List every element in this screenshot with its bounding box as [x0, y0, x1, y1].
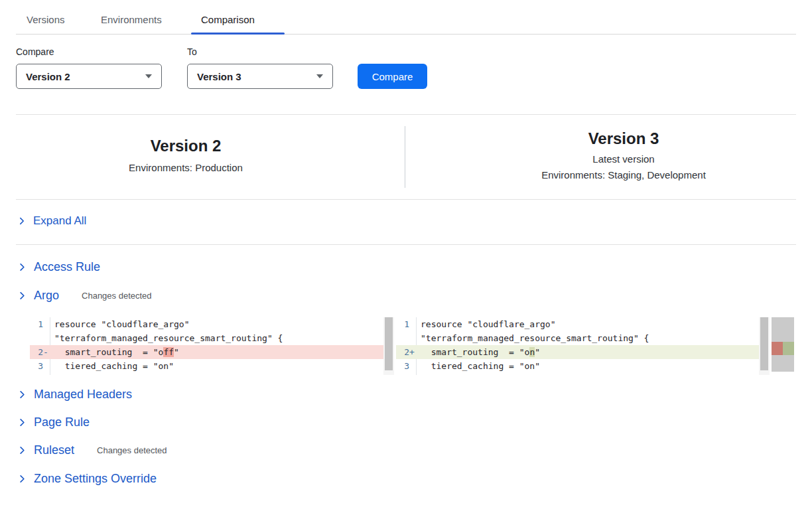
tab-comparison[interactable]: Comparison — [201, 14, 255, 25]
right-diff-scrollbar[interactable] — [759, 317, 770, 375]
section-argo[interactable]: Argo Changes detected — [17, 289, 152, 303]
to-field-label: To — [187, 46, 197, 57]
section-label: Ruleset — [34, 443, 74, 457]
diff-panel-right: 1resource "cloudflare_argo" "terraform_m… — [396, 317, 770, 375]
scrollbar-thumb[interactable] — [385, 317, 393, 370]
to-version-select[interactable]: Version 3 — [187, 64, 333, 89]
left-version-header: Version 2 Environments: Production — [40, 137, 332, 173]
code-line: 1resource "cloudflare_argo" — [396, 317, 759, 331]
expand-all-label: Expand All — [33, 214, 86, 228]
code-line: 1resource "cloudflare_argo" — [30, 317, 383, 331]
diff-panel-left: 1resource "cloudflare_argo" "terraform_m… — [30, 317, 394, 375]
section-managed-headers[interactable]: Managed Headers — [17, 388, 132, 402]
chevron-down-icon — [145, 74, 152, 78]
section-page-rule[interactable]: Page Rule — [17, 415, 90, 429]
code-line: 3 tiered_caching = "on" — [396, 359, 759, 373]
chevron-down-icon — [316, 74, 323, 78]
section-zone-settings-override[interactable]: Zone Settings Override — [17, 472, 157, 486]
section-label: Access Rule — [34, 260, 100, 274]
section-label: Zone Settings Override — [34, 472, 157, 486]
code-line-added: 2+ smart_routing = "on" — [396, 345, 759, 359]
compare-field-label: Compare — [16, 46, 54, 57]
right-version-subtitle: Latest version — [438, 153, 809, 165]
code-line-wrap: "terraform_managed_resource_smart_routin… — [30, 331, 383, 345]
code-line: 3 tiered_caching = "on" — [30, 359, 383, 373]
compare-version-select[interactable]: Version 2 — [16, 64, 162, 89]
column-divider — [405, 126, 405, 188]
divider — [16, 199, 796, 200]
left-diff-scrollbar[interactable] — [383, 317, 394, 375]
chevron-right-icon — [17, 291, 27, 301]
left-version-environments: Environments: Production — [40, 162, 332, 173]
code-line-wrap: "terraform_managed_resource_smart_routin… — [396, 331, 759, 345]
section-access-rule[interactable]: Access Rule — [17, 260, 100, 274]
ruler-removed-mark — [772, 342, 783, 355]
section-label: Page Rule — [34, 415, 90, 429]
chevron-right-icon — [17, 445, 27, 455]
compare-button[interactable]: Compare — [358, 64, 427, 89]
chevron-right-icon — [17, 262, 27, 272]
code-line: 4} — [30, 373, 383, 375]
divider — [16, 114, 796, 115]
removed-word-highlight: ff — [163, 347, 174, 357]
section-ruleset[interactable]: Ruleset Changes detected — [17, 443, 167, 457]
section-label: Argo — [34, 289, 59, 303]
code-line-removed: 2- smart_routing = "off" — [30, 345, 383, 359]
expand-all-button[interactable]: Expand All — [17, 214, 86, 228]
to-version-value: Version 3 — [197, 71, 316, 82]
active-tab-underline — [191, 33, 285, 35]
chevron-right-icon — [17, 474, 27, 484]
diff-overview-ruler — [772, 317, 794, 372]
left-version-title: Version 2 — [40, 137, 332, 155]
right-version-environments: Environments: Staging, Development — [438, 169, 809, 181]
chevron-right-icon — [17, 417, 27, 427]
chevron-right-icon — [17, 390, 27, 400]
changes-detected-badge: Changes detected — [97, 445, 167, 455]
code-line: 4} — [396, 373, 759, 375]
changes-detected-badge: Changes detected — [82, 291, 152, 301]
scrollbar-thumb[interactable] — [760, 317, 768, 370]
comparison-page: Versions Environments Comparison Compare… — [0, 0, 812, 523]
tab-environments[interactable]: Environments — [101, 14, 162, 25]
compare-version-value: Version 2 — [26, 71, 145, 82]
right-version-title: Version 3 — [438, 129, 809, 148]
tab-versions[interactable]: Versions — [27, 14, 65, 25]
tabbar-divider — [16, 34, 796, 35]
ruler-added-mark — [783, 342, 794, 355]
section-label: Managed Headers — [34, 388, 132, 402]
chevron-right-icon — [17, 216, 27, 226]
divider — [16, 244, 796, 245]
right-version-header: Version 3 Latest version Environments: S… — [438, 129, 809, 181]
